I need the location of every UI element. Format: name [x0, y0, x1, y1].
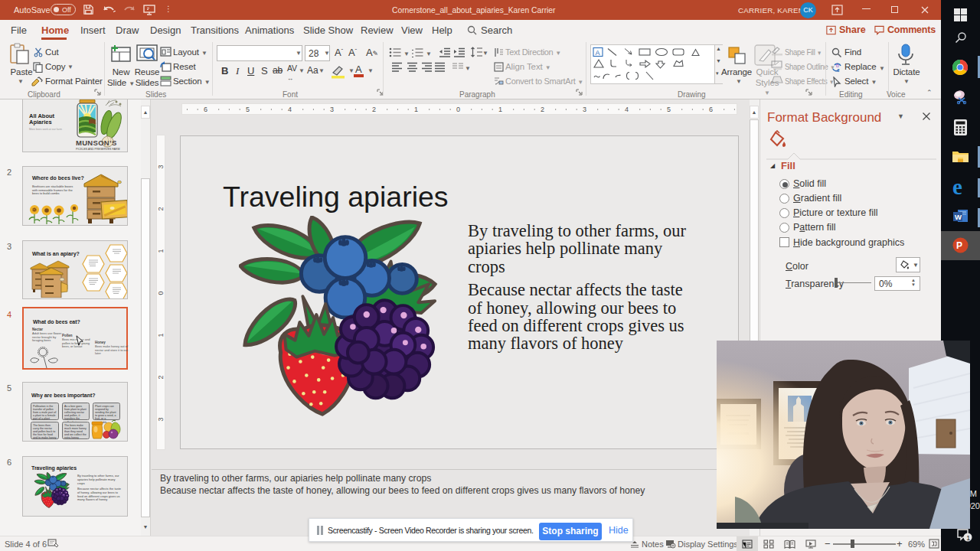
- svg-text:PICKLES AND PRESERVES FARM: PICKLES AND PRESERVES FARM: [76, 148, 119, 151]
- svg-text:MUNSON’S: MUNSON’S: [76, 139, 117, 147]
- svg-text:c: c: [837, 67, 840, 73]
- svg-text:A: A: [596, 49, 600, 57]
- svg-text:W: W: [955, 213, 962, 221]
- svg-text:P: P: [956, 240, 962, 251]
- svg-text:1: 1: [966, 534, 970, 542]
